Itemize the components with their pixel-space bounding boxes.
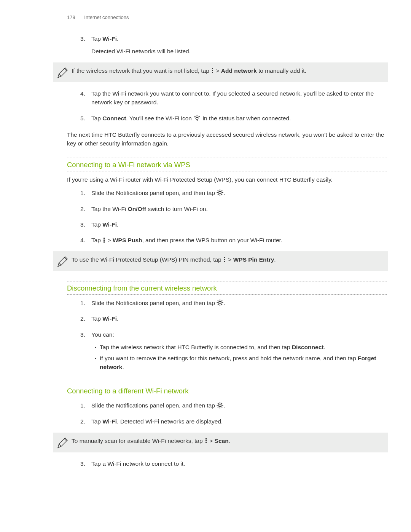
text: . [122,364,124,370]
text: > [214,67,221,74]
step-3: 3. Tap Wi-Fi. Detected Wi-Fi networks wi… [75,34,387,60]
text-bold: Add network [221,67,257,74]
page-number: 179 [67,14,75,20]
text: Tap a Wi-Fi network to connect to it. [91,459,387,468]
wifi-icon [193,115,201,121]
step-number: 2. [75,417,85,430]
disc-step-2: 2. Tap Wi-Fi. [75,314,387,327]
text: . [274,256,276,263]
text: Slide the Notifications panel open, and … [91,402,217,409]
step-number: 2. [75,204,85,217]
section-heading-wps: Connecting to a Wi-Fi network via WPS [67,158,387,171]
step-number: 4. [75,89,85,111]
text: switch to turn Wi-Fi on. [146,206,208,212]
text: . [229,438,230,444]
more-vert-icon [223,257,226,262]
text-bold: Scan [215,438,229,444]
pencil-icon [53,436,72,449]
text: > [208,438,215,444]
text-bold: On/Off [128,206,146,212]
text: . [223,300,225,306]
text: Tap the Wi-Fi network you want to connec… [91,89,387,107]
wps-step-1: 1. Slide the Notifications panel open, a… [75,189,387,201]
more-vert-icon [204,438,208,444]
step-number: 5. [75,114,85,126]
step-number: 3. [75,330,85,374]
text-bold: Wi-Fi [102,35,117,42]
text: If the wireless network that you want is… [72,67,211,74]
text: , and then press the WPS button on your … [142,237,283,243]
bullet-disconnect: ▪ Tap the wireless network that HTC Butt… [91,343,387,351]
paragraph: If you're using a Wi-Fi router with Wi-F… [67,175,387,184]
text: > [226,256,233,263]
bullet-icon: ▪ [91,354,100,372]
text: To manually scan for available Wi-Fi net… [72,438,204,444]
diff-step-1: 1. Slide the Notifications panel open, a… [75,401,387,414]
text: Detected Wi-Fi networks will be listed. [91,47,387,56]
diff-step-3: 3. Tap a Wi-Fi network to connect to it. [75,459,387,472]
text: Slide the Notifications panel open, and … [91,190,217,196]
text-bold: Wi-Fi [102,315,117,322]
text: . [117,315,118,322]
more-vert-icon [211,68,214,73]
text-bold: WPS Pin Entry [233,256,274,263]
text: To use the Wi-Fi Protected Setup (WPS) P… [72,256,223,263]
text-bold: Wi-Fi [102,221,117,228]
text: Tap [91,315,102,322]
gear-icon [217,189,223,196]
text: Tap [91,115,102,121]
step-number: 3. [75,459,85,472]
pencil-icon [53,66,72,78]
wps-step-2: 2. Tap the Wi-Fi On/Off switch to turn W… [75,204,387,217]
step-number: 4. [75,236,85,248]
note-scan: To manually scan for available Wi-Fi net… [53,433,388,452]
text: Slide the Notifications panel open, and … [91,300,217,306]
header-section: Internet connections [84,14,129,20]
gear-icon [217,402,223,409]
step-5: 5. Tap Connect. You'll see the Wi-Fi ico… [75,114,387,126]
wps-step-3: 3. Tap Wi-Fi. [75,220,387,233]
wps-step-4: 4. Tap > WPS Push, and then press the WP… [75,236,387,248]
bullet-icon: ▪ [91,343,100,351]
step-4: 4. Tap the Wi-Fi network you want to con… [75,89,387,111]
section-heading-disconnect: Disconnecting from the current wireless … [67,281,387,295]
text: Tap [91,221,102,228]
text: . You'll see the Wi-Fi icon [126,115,193,121]
text: Tap the Wi-Fi [91,206,128,212]
text: You can: [91,330,387,339]
text: . [223,190,225,196]
step-number: 3. [75,220,85,233]
text: Tap the wireless network that HTC Butter… [100,344,292,350]
disc-step-3: 3. You can: ▪ Tap the wireless network t… [75,330,387,374]
gear-icon [217,299,223,306]
note-wps-pin: To use the Wi-Fi Protected Setup (WPS) P… [53,251,388,271]
text: Tap [91,237,102,243]
text: . Detected Wi-Fi networks are displayed. [117,418,223,425]
disc-step-1: 1. Slide the Notifications panel open, a… [75,299,387,311]
text-bold: WPS Push [113,237,142,243]
text: Tap [91,418,102,425]
bullet-forget: ▪ If you want to remove the settings for… [91,354,387,372]
section-heading-different: Connecting to a different Wi-Fi network [67,384,387,398]
text: . [117,221,118,228]
step-number: 3. [75,34,85,60]
text-bold: Connect [102,115,126,121]
step-number: 1. [75,401,85,414]
text: . [117,35,118,42]
text: to manually add it. [257,67,306,74]
step-number: 2. [75,314,85,327]
diff-step-2: 2. Tap Wi-Fi. Detected Wi-Fi networks ar… [75,417,387,430]
note-add-network: If the wireless network that you want is… [53,62,388,82]
text-bold: Disconnect [292,344,324,350]
page-header: 179 Internet connections [0,14,411,21]
text: Tap [91,35,102,42]
text: in the status bar when connected. [201,115,291,121]
text: . [223,402,225,409]
text-bold: Wi-Fi [102,418,117,425]
page: 179 Internet connections 3. Tap Wi-Fi. D… [0,0,411,505]
content: 3. Tap Wi-Fi. Detected Wi-Fi networks wi… [0,34,411,472]
text: . [323,344,325,350]
text: > [106,237,113,243]
paragraph: The next time HTC Butterfly connects to … [67,130,387,148]
text: If you want to remove the settings for t… [100,355,358,361]
